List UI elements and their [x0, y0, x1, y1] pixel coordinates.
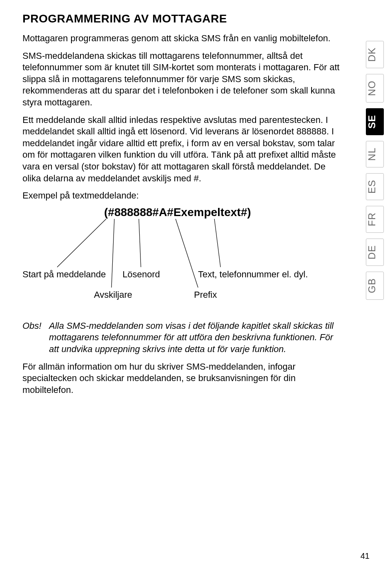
legend-text: Text, telefonnummer el. dyl.: [198, 269, 308, 280]
tab-no[interactable]: NO: [366, 74, 384, 103]
tab-es[interactable]: ES: [366, 173, 384, 200]
language-tabs: DK NO SE NL ES FR DE GB: [366, 41, 384, 300]
note-prefix: Obs!: [22, 320, 49, 355]
example-label: Exempel på textmeddelande:: [22, 190, 341, 202]
legend-avskiljare: Avskiljare: [94, 290, 132, 300]
tab-de[interactable]: DE: [366, 239, 384, 266]
legend-losenord: Lösenord: [122, 269, 160, 280]
diagram-lines: [22, 206, 341, 320]
paragraph-1: Mottagaren programmeras genom att skicka…: [22, 33, 341, 45]
paragraph-4: För allmän information om hur du skriver…: [22, 361, 341, 396]
legend-start: Start på meddelande: [22, 269, 106, 280]
tab-se[interactable]: SE: [366, 108, 384, 135]
obs-note: Obs! Alla SMS-meddelanden som visas i de…: [22, 320, 341, 355]
page-number: 41: [361, 551, 370, 561]
tab-nl[interactable]: NL: [366, 141, 384, 167]
paragraph-3: Ett meddelande skall alltid inledas resp…: [22, 114, 341, 185]
note-body: Alla SMS-meddelanden som visas i det föl…: [49, 320, 341, 355]
paragraph-2: SMS-meddelandena skickas till mottagaren…: [22, 50, 341, 109]
tab-dk[interactable]: DK: [366, 41, 384, 68]
svg-line-2: [139, 219, 141, 267]
svg-line-1: [111, 219, 114, 288]
svg-line-0: [57, 219, 106, 267]
page-heading: PROGRAMMERING AV MOTTAGARE: [22, 12, 341, 25]
tab-gb[interactable]: GB: [366, 272, 384, 300]
tab-fr[interactable]: FR: [366, 206, 384, 233]
legend-prefix: Prefix: [194, 290, 217, 300]
svg-line-4: [214, 219, 220, 267]
example-diagram: (#888888#A#Exempeltext#) Start på meddel…: [22, 206, 341, 320]
svg-line-3: [176, 219, 198, 288]
